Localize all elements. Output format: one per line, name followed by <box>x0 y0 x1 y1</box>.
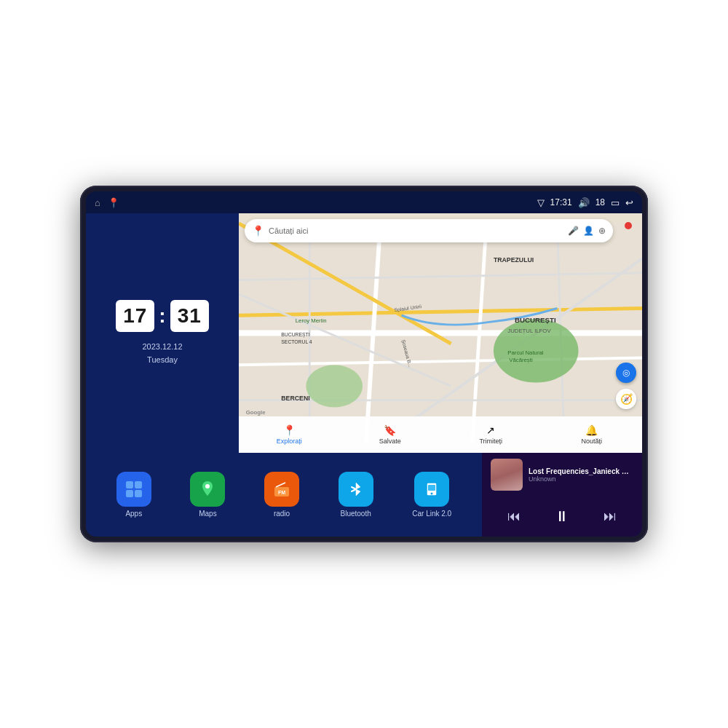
app-item-carlink[interactable]: Car Link 2.0 <box>412 472 451 518</box>
mic-icon[interactable]: 🎤 <box>568 226 579 236</box>
salvate-icon: 🔖 <box>384 424 396 436</box>
svg-rect-28 <box>135 481 142 488</box>
music-player: Lost Frequencies_Janieck Devy-... Unknow… <box>482 453 642 537</box>
svg-text:BUCUREȘTI: BUCUREȘTI <box>515 316 556 324</box>
map-nav-salvate[interactable]: 🔖 Salvate <box>340 422 441 448</box>
car-head-unit: ⌂ 📍 ▽ 17:31 🔊 18 ▭ ↩ 17 <box>80 186 648 542</box>
signal-icon: ▽ <box>537 197 545 208</box>
account-icon[interactable]: 👤 <box>583 226 594 236</box>
svg-rect-36 <box>428 485 435 491</box>
svg-text:JUDEȚUL ILFOV: JUDEȚUL ILFOV <box>507 328 551 335</box>
status-bar-right: ▽ 17:31 🔊 18 ▭ ↩ <box>537 197 633 208</box>
svg-line-34 <box>276 483 285 487</box>
status-time: 17:31 <box>550 197 572 207</box>
svg-text:BERCENI: BERCENI <box>281 395 309 402</box>
svg-rect-29 <box>126 490 133 497</box>
clock-display: 17 : 31 <box>116 300 209 332</box>
svg-text:SECTORUL 4: SECTORUL 4 <box>281 339 312 344</box>
trimiteti-label: Trimiteți <box>479 438 502 445</box>
music-info: Lost Frequencies_Janieck Devy-... Unknow… <box>491 459 633 491</box>
svg-point-31 <box>205 484 210 488</box>
map-search-icons: 🎤 👤 ⊕ <box>568 226 606 236</box>
music-album-art <box>491 459 523 491</box>
svg-rect-27 <box>126 481 133 488</box>
salvate-label: Salvate <box>379 438 401 445</box>
app-item-apps[interactable]: Apps <box>116 472 151 518</box>
maps-icon[interactable]: 📍 <box>108 197 119 208</box>
top-section: 17 : 31 2023.12.12 Tuesday <box>86 213 642 453</box>
svg-text:Leroy Merlin: Leroy Merlin <box>296 317 327 324</box>
home-icon[interactable]: ⌂ <box>95 197 100 208</box>
map-panel[interactable]: TRAPEZULUI BUCUREȘTI JUDEȚUL ILFOV BERCE… <box>239 213 642 453</box>
clock-hours-block: 17 <box>116 300 154 332</box>
map-nav-noutati[interactable]: 🔔 Noutăți <box>542 422 643 448</box>
clock-panel: 17 : 31 2023.12.12 Tuesday <box>86 213 239 453</box>
screen: ⌂ 📍 ▽ 17:31 🔊 18 ▭ ↩ 17 <box>86 191 642 537</box>
carlink-label: Car Link 2.0 <box>412 510 451 518</box>
app-item-bluetooth[interactable]: Bluetooth <box>339 472 373 518</box>
map-nav-explorati[interactable]: 📍 Explorați <box>239 422 340 448</box>
prev-button[interactable]: ⏮ <box>502 506 526 527</box>
back-icon[interactable]: ↩ <box>625 197 633 208</box>
bluetooth-app-icon <box>339 472 373 507</box>
apps-area: Apps Maps <box>86 453 482 537</box>
svg-text:Văcărești: Văcărești <box>509 357 533 363</box>
status-bar: ⌂ 📍 ▽ 17:31 🔊 18 ▭ ↩ <box>86 191 642 213</box>
radio-label: radio <box>274 510 290 518</box>
status-bar-left: ⌂ 📍 <box>95 197 119 208</box>
clock-date: 2023.12.12 Tuesday <box>142 341 182 366</box>
map-bottom-nav: 📍 Explorați 🔖 Salvate ↗ Trimiteți 🔔 <box>239 416 642 453</box>
volume-icon: 🔊 <box>578 197 590 208</box>
app-item-maps[interactable]: Maps <box>190 472 225 518</box>
play-pause-button[interactable]: ⏸ <box>549 505 575 528</box>
radio-app-icon: FM <box>264 472 299 507</box>
app-item-radio[interactable]: FM radio <box>264 472 299 518</box>
map-navigate-button[interactable]: ◎ <box>616 363 636 383</box>
main-content: 17 : 31 2023.12.12 Tuesday <box>86 213 642 537</box>
map-search-bar[interactable]: 📍 Căutați aici 🎤 👤 ⊕ <box>245 219 613 242</box>
volume-level: 18 <box>596 197 605 207</box>
map-search-input[interactable]: Căutați aici <box>269 226 563 235</box>
svg-text:FM: FM <box>278 490 285 495</box>
bluetooth-label: Bluetooth <box>340 510 371 518</box>
clock-minutes: 31 <box>178 304 202 327</box>
svg-text:Parcul Natural: Parcul Natural <box>507 349 543 356</box>
music-details: Lost Frequencies_Janieck Devy-... Unknow… <box>529 467 633 483</box>
clock-hours: 17 <box>123 304 147 327</box>
clock-date-value: 2023.12.12 <box>142 342 182 351</box>
apps-icon <box>116 472 151 507</box>
noutati-icon: 🔔 <box>585 424 598 436</box>
svg-rect-30 <box>135 490 142 497</box>
explorati-icon: 📍 <box>283 424 296 436</box>
trimiteti-icon: ↗ <box>486 424 495 436</box>
clock-day-value: Tuesday <box>147 355 178 364</box>
music-artist: Unknown <box>529 475 633 483</box>
map-nav-trimiteti[interactable]: ↗ Trimiteți <box>440 422 542 448</box>
layers-icon[interactable]: ⊕ <box>598 226 606 236</box>
music-controls: ⏮ ⏸ ⏭ <box>491 502 633 531</box>
explorati-label: Explorați <box>277 438 302 445</box>
svg-text:TRAPEZULUI: TRAPEZULUI <box>494 256 534 264</box>
map-pin-icon: 📍 <box>252 225 264 237</box>
album-art-image <box>491 459 523 491</box>
svg-text:Google: Google <box>246 409 266 416</box>
music-title: Lost Frequencies_Janieck Devy-... <box>529 467 633 475</box>
next-button[interactable]: ⏭ <box>598 506 622 527</box>
maps-app-icon <box>190 472 225 507</box>
battery-icon: ▭ <box>611 197 620 208</box>
svg-point-37 <box>431 493 433 495</box>
clock-colon: : <box>159 304 165 328</box>
clock-minutes-block: 31 <box>170 300 209 332</box>
noutati-label: Noutăți <box>581 438 602 445</box>
apps-label: Apps <box>125 510 142 518</box>
map-compass-button[interactable]: 🧭 <box>616 389 636 409</box>
svg-point-14 <box>306 365 363 407</box>
maps-label: Maps <box>199 510 216 518</box>
carlink-app-icon <box>414 472 449 507</box>
map-red-location-dot <box>625 222 632 229</box>
svg-text:BUCUREȘTI: BUCUREȘTI <box>281 332 309 338</box>
bottom-section: Apps Maps <box>86 453 642 537</box>
